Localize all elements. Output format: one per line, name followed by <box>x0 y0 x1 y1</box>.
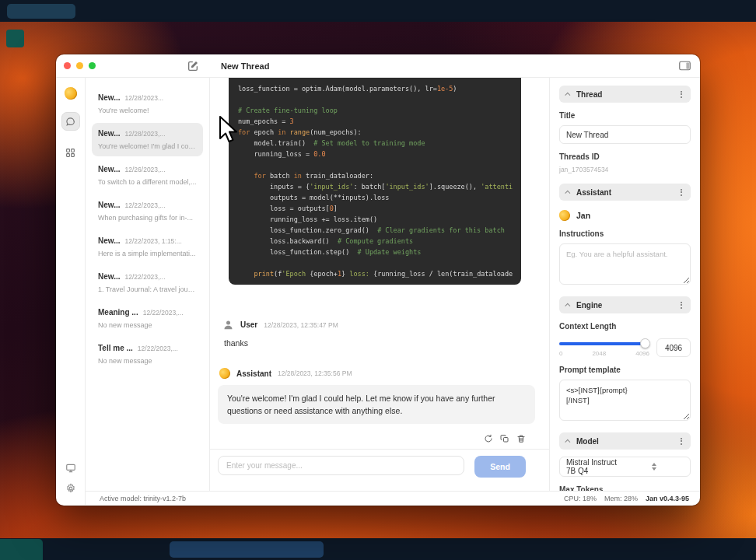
regenerate-icon[interactable] <box>484 434 493 443</box>
thread-item-date: 12/28/2023... <box>125 94 164 102</box>
delete-icon[interactable] <box>516 434 526 443</box>
thread-list-sidebar: New...12/28/2023...You're welcome!New...… <box>86 78 210 491</box>
thread-item-preview: Here is a simple implementati... <box>98 250 197 257</box>
message-input[interactable] <box>218 456 464 475</box>
minimize-window-button[interactable] <box>76 62 83 69</box>
assistant-section-header[interactable]: Assistant <box>559 184 691 201</box>
thread-item-preview: 1. Travel Journal: A travel journ... <box>98 285 197 293</box>
thread-item-title: Tell me ... <box>98 344 133 352</box>
context-length-slider[interactable] <box>559 338 649 348</box>
context-length-value[interactable]: 4096 <box>656 338 691 357</box>
chat-nav-button[interactable] <box>61 112 80 131</box>
status-bar: Active model: trinity-v1.2-7b CPU: 18% M… <box>86 491 700 505</box>
slider-ticks: 0 2048 4096 <box>559 350 649 357</box>
thread-list-item[interactable]: New...12/26/2023,...To switch to a diffe… <box>92 159 203 192</box>
wallpaper-side-square <box>6 30 24 47</box>
model-select[interactable]: Mistral Instruct 7B Q4 <box>559 457 691 477</box>
thread-list: New...12/28/2023...You're welcome!New...… <box>92 87 203 371</box>
model-menu-icon[interactable] <box>679 436 684 446</box>
wallpaper-bottom-pill <box>170 541 324 558</box>
prompt-template-label: Prompt template <box>559 366 691 374</box>
user-avatar-icon <box>222 319 234 331</box>
assistant-wave-icon <box>558 209 572 222</box>
zoom-window-button[interactable] <box>89 62 96 69</box>
thread-menu-icon[interactable] <box>679 89 684 100</box>
chevron-up-icon <box>565 190 570 195</box>
close-window-button[interactable] <box>64 62 71 69</box>
active-model-text: Active model: trinity-v1.2-7b <box>100 495 186 502</box>
system-monitor-button[interactable] <box>65 463 76 474</box>
hub-nav-button[interactable] <box>61 143 80 162</box>
wallpaper-top-pill <box>7 4 75 19</box>
thread-item-preview: You're welcome! I'm glad I cou... <box>98 142 197 150</box>
assistant-avatar-wave-icon <box>219 367 232 380</box>
slider-knob[interactable] <box>640 338 650 348</box>
assistant-message-role: Assistant <box>236 369 271 378</box>
thread-item-title: Meaning ... <box>98 308 138 317</box>
thread-item-title: New... <box>98 165 121 173</box>
context-length-label: Context Length <box>559 322 691 331</box>
thread-item-title: New... <box>98 272 121 281</box>
prompt-template-textarea[interactable] <box>559 380 691 421</box>
engine-menu-icon[interactable] <box>679 300 684 310</box>
titlebar: New Thread <box>56 54 700 78</box>
chevron-up-icon <box>565 92 570 97</box>
assistant-section-title: Assistant <box>576 188 679 197</box>
thread-item-date: 12/28/2023,... <box>125 130 166 138</box>
chat-main-area: loss_function = optim.Adam(model.paramet… <box>210 78 549 491</box>
copy-icon[interactable] <box>500 434 509 443</box>
thread-item-preview: To switch to a different model,... <box>98 178 197 186</box>
app-version: Jan v0.4.3-95 <box>646 495 689 502</box>
user-message-text: thanks <box>224 338 549 348</box>
thread-title-input[interactable] <box>559 125 691 144</box>
thread-list-item[interactable]: New...12/22/2023,...When purchasing gift… <box>92 194 203 228</box>
thread-item-date: 12/26/2023,... <box>125 166 166 173</box>
right-panel-toggle-icon[interactable] <box>679 61 691 71</box>
thread-item-title: New... <box>98 236 121 245</box>
settings-button[interactable] <box>65 483 76 494</box>
thread-list-item[interactable]: Tell me ...12/22/2023,...No new message <box>92 338 203 371</box>
thread-list-item[interactable]: New...12/28/2023,...You're welcome! I'm … <box>92 123 203 156</box>
left-icon-rail <box>56 78 86 505</box>
thread-item-preview: No new message <box>98 321 197 329</box>
instructions-textarea[interactable] <box>559 243 691 285</box>
jan-logo-wave-icon <box>63 86 78 101</box>
thread-item-preview: You're welcome! <box>98 107 197 114</box>
thread-item-date: 12/22/2023,... <box>138 345 178 352</box>
chat-scroll-region[interactable]: loss_function = optim.Adam(model.paramet… <box>210 78 549 449</box>
message-actions <box>210 434 526 443</box>
settings-panel: Thread Title Threads ID jan_1703574534 A… <box>549 78 700 491</box>
thread-item-date: 12/22/2023,... <box>125 201 166 209</box>
thread-item-title: New... <box>98 93 121 102</box>
select-stepper-icon <box>625 463 684 471</box>
engine-section-header[interactable]: Engine <box>559 296 691 313</box>
jan-app-window: New Thread <box>56 54 700 506</box>
thread-item-date: 12/22/2023,... <box>125 273 166 281</box>
thread-section-header[interactable]: Thread <box>559 86 691 103</box>
message-input-area: Send <box>210 449 549 491</box>
thread-item-title: New... <box>98 201 121 209</box>
model-select-value: Mistral Instruct 7B Q4 <box>566 458 625 475</box>
assistant-menu-icon[interactable] <box>679 187 684 198</box>
engine-section: Engine Context Length 0 <box>559 296 691 422</box>
thread-list-item[interactable]: New...12/22/2023, 1:15:...Here is a simp… <box>92 230 203 264</box>
new-thread-compose-icon[interactable] <box>187 60 199 72</box>
threads-id-value: jan_1703574534 <box>559 166 691 173</box>
thread-list-item[interactable]: Meaning ...12/22/2023,...No new message <box>92 302 203 335</box>
thread-item-date: 12/22/2023, 1:15:... <box>125 237 182 245</box>
traffic-lights <box>64 62 96 69</box>
window-title: New Thread <box>221 54 269 78</box>
user-message-role: User <box>240 320 257 329</box>
thread-item-preview: When purchasing gifts for in-... <box>98 214 197 222</box>
assistant-message-timestamp: 12/28/2023, 12:35:56 PM <box>278 369 352 377</box>
instructions-label: Instructions <box>559 229 691 238</box>
model-section-title: Model <box>576 437 679 446</box>
model-section-header[interactable]: Model <box>559 432 691 450</box>
thread-list-item[interactable]: New...12/22/2023,...1. Travel Journal: A… <box>92 266 203 299</box>
assistant-name: Jan <box>576 211 590 220</box>
thread-list-item[interactable]: New...12/28/2023...You're welcome! <box>92 87 203 121</box>
thread-item-title: New... <box>98 129 121 138</box>
code-block: loss_function = optim.Adam(model.paramet… <box>229 78 521 285</box>
thread-section: Thread Title Threads ID jan_1703574534 <box>559 86 691 173</box>
send-button[interactable]: Send <box>474 456 526 478</box>
